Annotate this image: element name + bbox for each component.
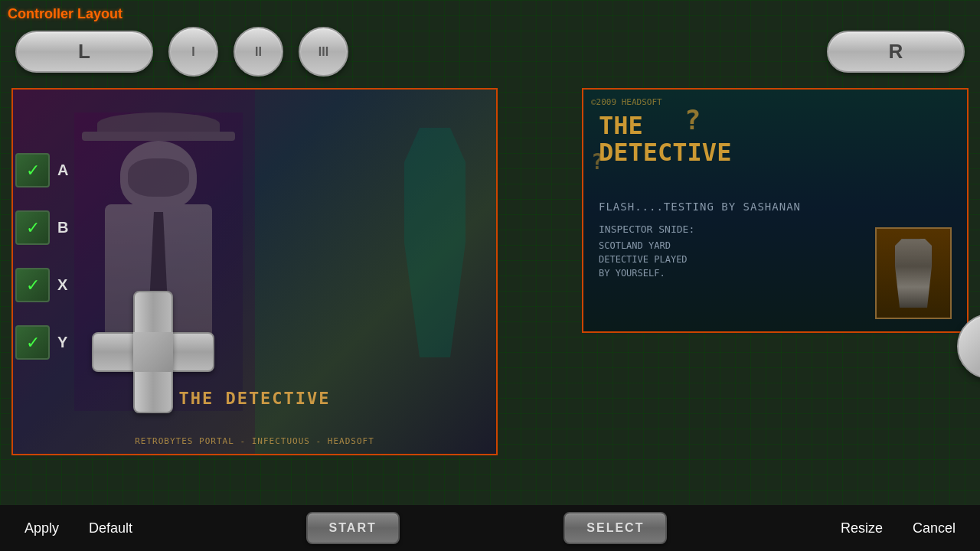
- game-copyright: ©2009 HEADSOFT: [591, 97, 662, 107]
- check-label-A: A: [57, 161, 68, 179]
- button-checks: ✓ A ✓ B ✓ X ✓ Y: [15, 153, 68, 360]
- check-row-X[interactable]: ✓ X: [15, 268, 68, 302]
- select-button[interactable]: SELECT: [564, 512, 667, 544]
- game-inspector: INSPECTOR SNIDE:: [599, 223, 694, 235]
- top-button-row: L I II III R: [0, 27, 980, 77]
- bottom-bar: Apply Default START SELECT Resize Cancel: [0, 505, 980, 551]
- apply-button[interactable]: Apply: [15, 514, 68, 543]
- start-button[interactable]: START: [306, 512, 400, 544]
- I-button[interactable]: I: [168, 27, 218, 77]
- right-game-area: ©2009 HEADSOFT THE DETECTIVE ? ? FLASH..…: [582, 88, 969, 333]
- check-label-X: X: [57, 276, 67, 294]
- III-button[interactable]: III: [299, 27, 348, 77]
- L-button[interactable]: L: [15, 31, 153, 73]
- game-desc: SCOTLAND YARD DETECTIVE PLAYED BY YOURSE…: [599, 239, 688, 280]
- check-label-Y: Y: [57, 334, 67, 351]
- check-row-B[interactable]: ✓ B: [15, 210, 68, 245]
- dpad-center: [133, 332, 173, 372]
- resize-button[interactable]: Resize: [831, 514, 892, 543]
- II-button[interactable]: II: [234, 27, 283, 77]
- check-row-Y[interactable]: ✓ Y: [15, 325, 68, 360]
- game-screenshot-left: THE DETECTIVE RETROBYTES PORTAL - INFECT…: [13, 90, 496, 454]
- check-label-B: B: [57, 219, 68, 236]
- portrait-figure: [890, 239, 936, 308]
- checkbox-X[interactable]: ✓: [15, 268, 50, 302]
- cancel-button[interactable]: Cancel: [903, 514, 965, 543]
- checkbox-B[interactable]: ✓: [15, 210, 50, 245]
- game-title: THE DETECTIVE ? ?: [599, 112, 731, 166]
- game-screenshot-right: ©2009 HEADSOFT THE DETECTIVE ? ? FLASH..…: [583, 90, 967, 331]
- game-bottom-text: RETROBYTES PORTAL - INFECTUOUS - HEADSOF…: [135, 436, 374, 446]
- dpad-container[interactable]: [92, 291, 214, 413]
- page-title: Controller Layout: [8, 6, 122, 22]
- dpad[interactable]: [92, 291, 214, 413]
- R-button[interactable]: R: [827, 31, 965, 73]
- left-game-area: THE DETECTIVE RETROBYTES PORTAL - INFECT…: [11, 88, 498, 455]
- check-row-A[interactable]: ✓ A: [15, 153, 68, 187]
- checkbox-A[interactable]: ✓: [15, 153, 50, 187]
- default-button[interactable]: Default: [80, 514, 142, 543]
- checkbox-Y[interactable]: ✓: [15, 325, 50, 360]
- game-flash-text: FLASH....TESTING BY SASHANAN: [599, 201, 801, 213]
- detective-portrait: [875, 227, 952, 319]
